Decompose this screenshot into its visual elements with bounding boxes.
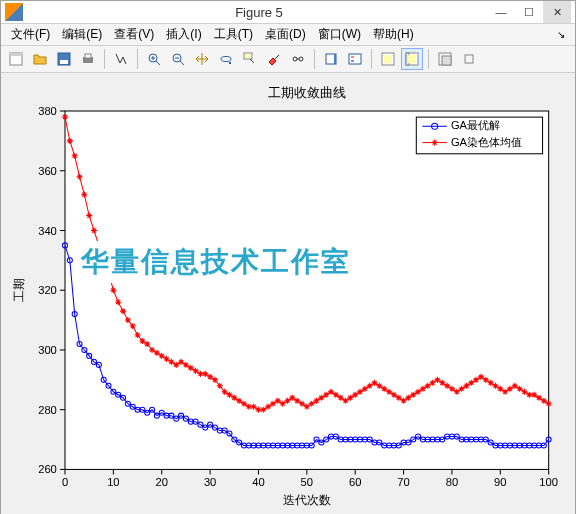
titlebar: Figure 5 — ☐ ✕	[1, 1, 575, 24]
svg-rect-26	[384, 55, 392, 63]
svg-text:280: 280	[38, 404, 57, 416]
svg-line-15	[250, 59, 254, 63]
dock-button[interactable]	[434, 48, 456, 70]
svg-text:40: 40	[252, 476, 264, 488]
data-cursor-button[interactable]	[239, 48, 261, 70]
plot-area: 0102030405060708090100260280300320340360…	[1, 73, 575, 514]
zoom-out-button[interactable]	[167, 48, 189, 70]
svg-rect-5	[85, 54, 91, 58]
menu-view[interactable]: 查看(V)	[108, 24, 160, 45]
svg-text:320: 320	[38, 284, 57, 296]
svg-text:工期: 工期	[12, 278, 26, 302]
menu-insert[interactable]: 插入(I)	[160, 24, 207, 45]
svg-text:100: 100	[539, 476, 558, 488]
svg-text:380: 380	[38, 105, 57, 117]
open-button[interactable]	[29, 48, 51, 70]
svg-text:迭代次数: 迭代次数	[283, 493, 331, 507]
svg-rect-21	[334, 54, 336, 64]
minimize-button[interactable]: —	[487, 1, 515, 23]
svg-text:50: 50	[301, 476, 313, 488]
svg-text:260: 260	[38, 464, 57, 476]
svg-rect-31	[442, 56, 451, 65]
menu-edit[interactable]: 编辑(E)	[56, 24, 108, 45]
svg-rect-33	[65, 111, 549, 469]
rotate-3d-button[interactable]	[215, 48, 237, 70]
svg-rect-14	[244, 53, 252, 59]
svg-text:300: 300	[38, 344, 57, 356]
svg-point-17	[293, 57, 297, 61]
print-button[interactable]	[77, 48, 99, 70]
svg-rect-1	[10, 53, 22, 56]
new-figure-button[interactable]	[5, 48, 27, 70]
svg-text:30: 30	[204, 476, 216, 488]
svg-text:GA最优解: GA最优解	[451, 119, 500, 131]
window-buttons: — ☐ ✕	[487, 1, 571, 23]
svg-text:20: 20	[156, 476, 168, 488]
svg-text:10: 10	[107, 476, 119, 488]
toolbar	[1, 46, 575, 73]
menu-overflow-icon[interactable]: ↘	[551, 29, 571, 40]
edit-plot-button[interactable]	[110, 48, 132, 70]
save-button[interactable]	[53, 48, 75, 70]
window-title: Figure 5	[31, 5, 487, 20]
zoom-in-button[interactable]	[143, 48, 165, 70]
brush-button[interactable]	[263, 48, 285, 70]
svg-text:360: 360	[38, 165, 57, 177]
undock-button[interactable]	[458, 48, 480, 70]
svg-line-11	[180, 61, 184, 65]
svg-rect-29	[408, 55, 416, 63]
matlab-icon	[5, 3, 23, 21]
svg-text:工期收敛曲线: 工期收敛曲线	[268, 85, 346, 100]
svg-rect-3	[60, 60, 68, 64]
svg-rect-22	[349, 54, 361, 64]
menu-tools[interactable]: 工具(T)	[208, 24, 259, 45]
pan-button[interactable]	[191, 48, 213, 70]
figure-window: Figure 5 — ☐ ✕ 文件(F) 编辑(E) 查看(V) 插入(I) 工…	[0, 0, 576, 514]
menu-file[interactable]: 文件(F)	[5, 24, 56, 45]
show-plot-tools-button[interactable]	[401, 48, 423, 70]
svg-text:0: 0	[62, 476, 68, 488]
svg-point-18	[299, 57, 303, 61]
insert-colorbar-button[interactable]	[320, 48, 342, 70]
menubar: 文件(F) 编辑(E) 查看(V) 插入(I) 工具(T) 桌面(D) 窗口(W…	[1, 24, 575, 46]
watermark-text: 华量信息技术工作室	[77, 241, 355, 283]
hide-plot-tools-button[interactable]	[377, 48, 399, 70]
svg-point-13	[221, 57, 231, 62]
svg-rect-32	[465, 55, 473, 63]
close-button[interactable]: ✕	[543, 1, 571, 23]
chart[interactable]: 0102030405060708090100260280300320340360…	[9, 81, 567, 512]
svg-line-16	[275, 55, 279, 59]
svg-text:90: 90	[494, 476, 506, 488]
svg-text:GA染色体均值: GA染色体均值	[451, 136, 522, 148]
menu-help[interactable]: 帮助(H)	[367, 24, 420, 45]
link-plot-button[interactable]	[287, 48, 309, 70]
svg-text:70: 70	[397, 476, 409, 488]
svg-text:340: 340	[38, 225, 57, 237]
menu-desktop[interactable]: 桌面(D)	[259, 24, 312, 45]
maximize-button[interactable]: ☐	[515, 1, 543, 23]
svg-text:80: 80	[446, 476, 458, 488]
svg-text:60: 60	[349, 476, 361, 488]
menu-window[interactable]: 窗口(W)	[312, 24, 367, 45]
svg-line-7	[156, 61, 160, 65]
insert-legend-button[interactable]	[344, 48, 366, 70]
